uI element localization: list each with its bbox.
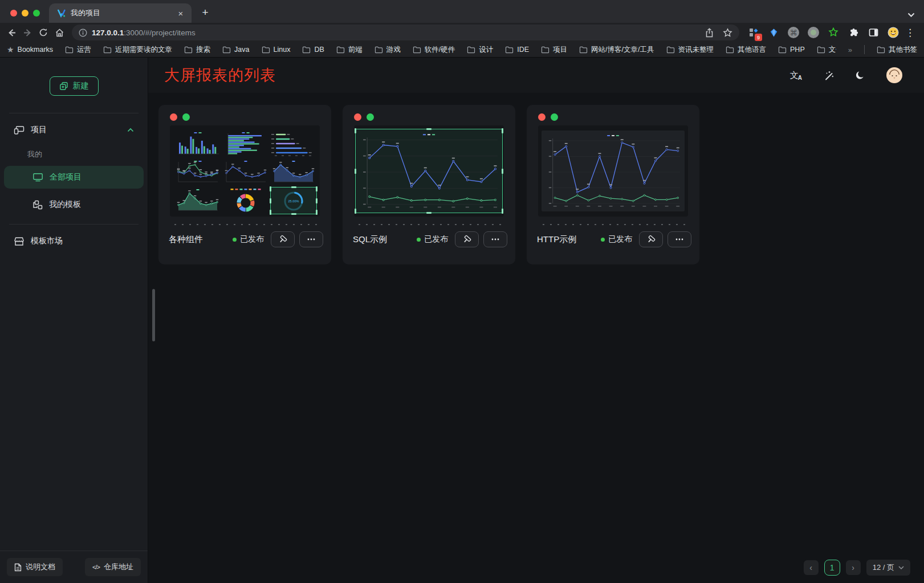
project-card-sql-example[interactable]: SQL示例 已发布 xyxy=(343,105,515,264)
browser-menu-icon[interactable]: ⋮ xyxy=(903,27,921,39)
bookmark-folder[interactable]: 近期需要读的文章 xyxy=(103,45,172,55)
bookmark-folder[interactable]: 软件/硬件 xyxy=(413,45,455,55)
sidebar-group-mine: 我的 xyxy=(0,143,148,166)
edit-button[interactable] xyxy=(455,231,479,247)
project-card-http-example[interactable]: HTTP示例 已发布 xyxy=(527,105,699,264)
selection-handle[interactable] xyxy=(355,128,356,133)
bookmark-folder[interactable]: 运营 xyxy=(65,45,91,55)
minimize-window-button[interactable] xyxy=(22,10,29,17)
bookmark-folder[interactable]: 项目 xyxy=(541,45,567,55)
repo-button[interactable]: </> 仓库地址 xyxy=(85,558,141,576)
status-dot-icon xyxy=(601,238,605,242)
card-footer: HTTP示例 已发布 xyxy=(537,231,691,247)
edit-button[interactable] xyxy=(271,231,295,247)
bookmark-folder[interactable]: PHP xyxy=(778,46,805,54)
ext-grid-icon[interactable]: 9 xyxy=(746,25,761,40)
bookmarks-overflow-chevron[interactable]: » xyxy=(848,46,852,54)
page-size-select[interactable]: 12 / 页 xyxy=(866,560,910,576)
ext-smiley-icon[interactable] xyxy=(886,25,901,40)
selection-handle[interactable] xyxy=(291,186,296,188)
folder-icon xyxy=(505,46,514,54)
new-tab-button[interactable]: + xyxy=(197,5,213,21)
selection-handle[interactable] xyxy=(355,209,356,214)
bookmark-folder[interactable]: 设计 xyxy=(467,45,493,55)
sidebar-item-template-market[interactable]: 模板市场 xyxy=(0,228,148,254)
other-bookmarks-folder[interactable]: 其他书签 xyxy=(877,45,917,55)
new-project-button[interactable]: 新建 xyxy=(50,76,99,96)
status-label: 已发布 xyxy=(608,234,632,244)
project-preview-image[interactable]: 25.00% xyxy=(170,125,320,217)
selection-handle[interactable] xyxy=(270,186,271,191)
scrollbar-thumb[interactable] xyxy=(152,289,155,341)
project-preview-image[interactable] xyxy=(538,125,688,217)
ext-command-icon[interactable]: ⌘ xyxy=(786,25,801,40)
current-page-button[interactable]: 1 xyxy=(824,560,840,576)
next-page-button[interactable]: › xyxy=(846,560,861,575)
magic-wand-icon[interactable] xyxy=(823,70,835,81)
selection-handle[interactable] xyxy=(316,210,318,215)
selection-handle[interactable] xyxy=(355,169,356,174)
sidebar-item-all-projects[interactable]: 全部项目 xyxy=(4,166,144,189)
bookmark-folder[interactable]: 资讯未整理 xyxy=(666,45,714,55)
site-info-icon[interactable] xyxy=(79,28,87,37)
bookmark-folder[interactable]: IDE xyxy=(505,46,529,54)
selection-handle[interactable] xyxy=(502,209,503,214)
sidebar-item-label: 我的模板 xyxy=(49,199,81,210)
folder-icon xyxy=(103,46,112,54)
address-bar[interactable]: 127.0.0.1:3000/#/project/items xyxy=(72,25,739,40)
chevron-up-icon[interactable] xyxy=(127,128,134,132)
bookmarks-manager-item[interactable]: ★ Bookmarks xyxy=(7,45,53,54)
mini-chart-donut xyxy=(222,187,269,214)
bookmark-folder[interactable]: 文件服务器 xyxy=(817,45,836,55)
forward-icon[interactable] xyxy=(19,25,35,40)
more-button[interactable] xyxy=(299,231,323,247)
ext-gem-icon[interactable] xyxy=(766,25,781,40)
prev-page-button[interactable]: ‹ xyxy=(804,560,819,575)
bookmark-folder[interactable]: 搜索 xyxy=(184,45,210,55)
bookmark-folder[interactable]: Linux xyxy=(262,46,291,54)
bookmark-folder[interactable]: Java xyxy=(222,46,249,54)
selection-handle[interactable] xyxy=(502,169,503,174)
home-icon[interactable] xyxy=(51,25,67,40)
selection-handle[interactable] xyxy=(502,128,503,133)
bookmark-star-icon[interactable] xyxy=(723,28,732,38)
bookmark-folder[interactable]: 其他语言 xyxy=(726,45,766,55)
selection-handle[interactable] xyxy=(426,212,432,214)
bookmark-folder[interactable]: DB xyxy=(302,46,324,54)
browser-tab[interactable]: 我的项目 × xyxy=(49,3,192,23)
dark-mode-moon-icon[interactable] xyxy=(855,70,866,81)
language-icon[interactable]: 文A xyxy=(790,70,803,81)
reload-icon[interactable] xyxy=(35,25,51,40)
side-panel-icon[interactable] xyxy=(866,25,881,40)
share-icon[interactable] xyxy=(705,28,714,38)
ext-record-icon[interactable] xyxy=(806,25,821,40)
sidebar-section-project[interactable]: 项目 xyxy=(0,117,148,143)
docs-button[interactable]: 说明文档 xyxy=(7,558,63,576)
selection-handle[interactable] xyxy=(270,210,271,215)
project-name: HTTP示例 xyxy=(537,234,596,245)
selection-handle[interactable] xyxy=(270,198,271,203)
bookmark-label: 项目 xyxy=(553,45,567,55)
selection-handle[interactable] xyxy=(316,198,318,203)
close-window-button[interactable] xyxy=(10,10,17,17)
project-preview-image[interactable] xyxy=(354,125,504,217)
card-footer: 各种组件 已发布 xyxy=(169,231,323,247)
ext-green-star-icon[interactable] xyxy=(826,25,841,40)
edit-button[interactable] xyxy=(639,231,663,247)
bookmark-folder[interactable]: 游戏 xyxy=(375,45,401,55)
zoom-window-button[interactable] xyxy=(33,10,40,17)
bookmark-folder[interactable]: 网站/博客/文章/工具 xyxy=(579,45,654,55)
ext-puzzle-icon[interactable] xyxy=(846,25,861,40)
tab-search-chevron-icon[interactable] xyxy=(907,13,915,17)
selection-handle[interactable] xyxy=(426,128,432,130)
more-button[interactable] xyxy=(483,231,507,247)
tab-close-icon[interactable]: × xyxy=(176,8,186,18)
sidebar-item-my-templates[interactable]: 我的模板 xyxy=(4,193,144,216)
selection-handle[interactable] xyxy=(316,186,318,191)
user-avatar[interactable] xyxy=(886,67,902,83)
selection-handle[interactable] xyxy=(291,213,296,215)
back-icon[interactable] xyxy=(3,25,19,40)
project-card-various-components[interactable]: 25.00% 各种组件 已发布 xyxy=(158,105,331,264)
more-button[interactable] xyxy=(667,231,691,247)
bookmark-folder[interactable]: 前端 xyxy=(336,45,363,55)
